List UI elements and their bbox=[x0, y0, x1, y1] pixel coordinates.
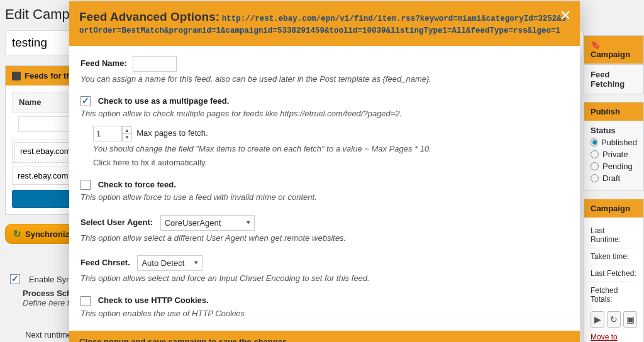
user-agent-label: Select User Agent: bbox=[80, 218, 153, 227]
force-feed-label: Check to force feed. bbox=[98, 180, 176, 189]
feed-name-label: Feed Name: bbox=[80, 58, 127, 67]
force-feed-checkbox[interactable] bbox=[80, 180, 91, 190]
cookies-help: This option enables the use of HTTP Cook… bbox=[80, 308, 569, 319]
charset-label: Feed Chrset. bbox=[80, 258, 130, 267]
max-pages-spinner[interactable]: ▲▼ bbox=[122, 126, 132, 141]
cookies-label: Check to use HTTP Cookies. bbox=[98, 295, 209, 305]
max-pages-label: Max pages to fetch. bbox=[136, 128, 208, 138]
force-feed-help: This option allow force to use a feed wi… bbox=[80, 192, 569, 203]
multipage-checkbox[interactable] bbox=[80, 96, 91, 106]
multipage-label: Check to use as a multipage feed. bbox=[98, 96, 230, 106]
modal-title: Feed Advanced Options: bbox=[79, 10, 219, 23]
user-agent-help: This option allow select a different Use… bbox=[80, 233, 569, 244]
user-agent-select[interactable]: CoreUserAgent bbox=[160, 215, 255, 231]
multipage-help: This option allow to check multiple page… bbox=[80, 108, 569, 119]
close-icon[interactable]: ✕ bbox=[560, 8, 571, 24]
max-pages-input[interactable]: 1 bbox=[93, 126, 122, 141]
feed-name-input[interactable] bbox=[133, 56, 177, 72]
max-pages-fix-link[interactable]: Click here to fix it automatically. bbox=[93, 157, 569, 168]
modal-footer-note: Close popup and save campaign to save th… bbox=[69, 331, 580, 342]
feed-name-help: You can assign a name for this feed, als… bbox=[80, 74, 569, 85]
cookies-checkbox[interactable] bbox=[80, 296, 91, 306]
feed-advanced-modal: Feed Advanced Options: http://rest.ebay.… bbox=[69, 1, 580, 342]
charset-select[interactable]: Auto Detect bbox=[137, 255, 203, 271]
max-pages-help1: You should change the field "Max items t… bbox=[93, 143, 569, 155]
charset-help: This option allows select and force an I… bbox=[80, 273, 569, 284]
